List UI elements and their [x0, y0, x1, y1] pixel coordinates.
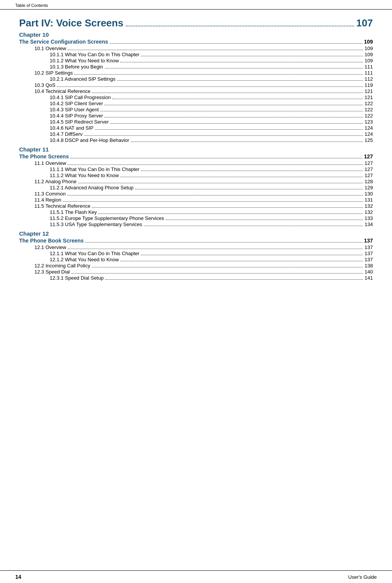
toc-entry-0-0: 10.1 Overview109 — [19, 46, 373, 51]
entry-text-1-0: 11.1 Overview — [34, 160, 66, 166]
entry-dots — [92, 93, 363, 93]
entry-text-0-6: 10.3 QoS — [34, 82, 55, 88]
toc-entry-1-9: 11.5.2 Europe Type Supplementary Phone S… — [19, 215, 373, 221]
entry-text-0-15: 10.4.8 DSCP and Per-Hop Behavior — [50, 137, 129, 143]
entry-page-0-5: 112 — [364, 76, 373, 82]
entry-dots — [72, 273, 363, 274]
page-footer: 14 User's Guide — [0, 570, 392, 583]
entry-page-0-6: 119 — [364, 82, 373, 88]
toc-entry-0-5: 10.2.1 Advanced SIP Settings112 — [19, 76, 373, 82]
entry-page-1-8: 132 — [364, 209, 373, 215]
entry-dots — [141, 255, 363, 255]
entry-dots — [141, 171, 363, 171]
entry-page-2-4: 140 — [364, 269, 373, 275]
toc-entry-0-11: 10.4.4 SIP Proxy Server122 — [19, 113, 373, 119]
toc-entry-0-2: 10.1.2 What You Need to Know109 — [19, 58, 373, 64]
entry-page-0-10: 122 — [364, 107, 373, 112]
entry-text-2-2: 12.1.2 What You Need to Know — [50, 257, 119, 262]
entry-dots — [78, 183, 363, 183]
entry-text-0-7: 10.4 Technical Reference — [34, 88, 90, 94]
entry-page-0-11: 122 — [364, 113, 373, 119]
entry-text-1-9: 11.5.2 Europe Type Supplementary Phone S… — [50, 215, 164, 221]
entry-text-0-11: 10.4.4 SIP Proxy Server — [50, 113, 103, 119]
part-page: 107 — [356, 17, 373, 29]
entry-dots — [135, 189, 363, 189]
entry-text-1-7: 11.5 Technical Reference — [34, 203, 90, 209]
chapters-container: Chapter 10The Service Configuration Scre… — [19, 31, 373, 281]
entry-page-1-6: 131 — [364, 197, 373, 203]
entry-dots — [104, 105, 363, 105]
entry-dots — [144, 226, 363, 226]
entry-dots — [74, 74, 363, 75]
toc-entry-1-3: 11.2 Analog Phone128 — [19, 179, 373, 184]
entry-page-2-5: 141 — [364, 275, 373, 281]
entry-page-0-2: 109 — [364, 58, 373, 64]
toc-entry-2-4: 12.3 Speed Dial140 — [19, 269, 373, 275]
toc-entry-2-2: 12.1.2 What You Need to Know137 — [19, 257, 373, 262]
entry-dots — [98, 213, 363, 214]
toc-entry-0-12: 10.4.5 SIP Redirect Server123 — [19, 119, 373, 125]
entry-dots — [68, 249, 363, 249]
chapter-12-title-page: 137 — [364, 238, 373, 244]
entry-text-0-14: 10.4.7 DiffServ — [50, 131, 83, 137]
toc-entry-1-5: 11.3 Common130 — [19, 191, 373, 197]
entry-dots — [166, 220, 363, 220]
toc-entry-0-14: 10.4.7 DiffServ124 — [19, 131, 373, 137]
entry-text-2-5: 12.3.1 Speed Dial Setup — [50, 275, 104, 281]
entry-dots — [105, 68, 363, 68]
entry-page-1-2: 127 — [364, 173, 373, 178]
part-dots — [126, 26, 354, 26]
entry-text-0-13: 10.4.6 NAT and SIP — [50, 125, 93, 131]
entry-page-1-1: 127 — [364, 166, 373, 172]
entry-page-1-9: 133 — [364, 215, 373, 221]
entry-dots — [104, 117, 363, 117]
toc-content: Part IV: Voice Screens 107 Chapter 10The… — [0, 13, 392, 307]
entry-dots — [112, 99, 363, 99]
entry-text-0-5: 10.2.1 Advanced SIP Settings — [50, 76, 115, 82]
entry-dots — [117, 80, 363, 81]
entry-page-0-0: 109 — [364, 46, 373, 51]
toc-entry-0-10: 10.4.3 SIP User Agent122 — [19, 107, 373, 112]
title-dots — [70, 158, 363, 158]
toc-entry-1-0: 11.1 Overview127 — [19, 160, 373, 166]
entry-text-0-4: 10.2 SIP Settings — [34, 70, 73, 76]
entry-text-1-10: 11.5.3 USA Type Supplementary Services — [50, 221, 142, 227]
entry-page-0-9: 122 — [364, 101, 373, 106]
toc-entry-1-1: 11.1.1 What You Can Do in This Chapter12… — [19, 166, 373, 172]
entry-text-2-1: 12.1.1 What You Can Do in This Chapter — [50, 251, 140, 256]
toc-entry-1-10: 11.5.3 USA Type Supplementary Services13… — [19, 221, 373, 227]
entry-text-0-12: 10.4.5 SIP Redirect Server — [50, 119, 109, 125]
entry-page-1-5: 130 — [364, 191, 373, 197]
entry-page-2-3: 138 — [364, 263, 373, 269]
entry-dots — [67, 195, 363, 195]
entry-page-1-7: 132 — [364, 203, 373, 209]
entry-text-0-2: 10.1.2 What You Need to Know — [50, 58, 119, 64]
entry-page-0-13: 124 — [364, 125, 373, 131]
entry-page-0-15: 125 — [364, 137, 373, 143]
entry-text-0-9: 10.4.2 SIP Client Server — [50, 101, 103, 106]
entry-page-0-3: 111 — [364, 64, 373, 70]
entry-dots — [84, 135, 363, 136]
entry-page-0-7: 121 — [364, 88, 373, 94]
toc-entry-1-8: 11.5.1 The Flash Key132 — [19, 209, 373, 215]
chapter-11-label: Chapter 11 — [19, 146, 373, 153]
entry-dots — [141, 56, 363, 56]
entry-text-1-8: 11.5.1 The Flash Key — [50, 209, 97, 215]
entry-page-1-10: 134 — [364, 221, 373, 227]
entry-text-0-3: 10.1.3 Before you Begin — [50, 64, 103, 70]
chapter-10-title-page: 109 — [364, 39, 373, 45]
entry-page-0-8: 121 — [364, 94, 373, 100]
footer-page-number: 14 — [15, 574, 21, 580]
toc-entry-2-1: 12.1.1 What You Can Do in This Chapter13… — [19, 251, 373, 256]
chapter-12-label: Chapter 12 — [19, 230, 373, 237]
header-label: Table of Contents — [15, 3, 48, 8]
chapter-11-title-row: The Phone Screens127 — [19, 153, 373, 160]
chapter-12-title: The Phone Book Screens — [19, 238, 84, 244]
entry-dots — [120, 261, 363, 261]
toc-entry-0-15: 10.4.8 DSCP and Per-Hop Behavior125 — [19, 137, 373, 143]
entry-text-2-0: 12.1 Overview — [34, 244, 66, 250]
entry-dots — [95, 129, 363, 130]
toc-entry-0-8: 10.4.1 SIP Call Progression121 — [19, 94, 373, 100]
entry-page-1-4: 129 — [364, 185, 373, 191]
entry-dots — [105, 279, 363, 280]
